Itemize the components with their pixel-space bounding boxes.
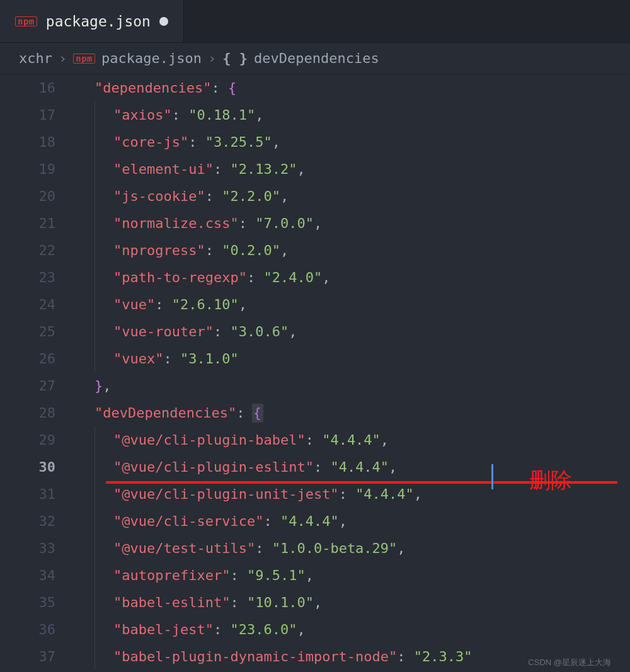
breadcrumb-file[interactable]: package.json bbox=[101, 50, 202, 66]
code-area[interactable]: 删除 "dependencies": {"axios": "0.18.1","c… bbox=[76, 74, 630, 672]
code-line[interactable]: "vuex": "3.1.0" bbox=[76, 345, 630, 372]
code-line[interactable]: "@vue/cli-service": "4.4.4", bbox=[76, 508, 630, 535]
code-line[interactable]: "core-js": "3.25.5", bbox=[76, 128, 630, 156]
gutter-line: 17 bbox=[0, 101, 55, 128]
gutter-line: 26 bbox=[0, 345, 55, 372]
tab-bar: npm package.json bbox=[0, 0, 630, 43]
gutter-line: 18 bbox=[0, 128, 55, 156]
code-line[interactable]: "js-cookie": "2.2.0", bbox=[76, 183, 630, 210]
gutter-line: 31 bbox=[0, 481, 55, 508]
code-line[interactable]: }, bbox=[76, 372, 630, 399]
braces-icon: { } bbox=[222, 50, 248, 66]
code-line[interactable]: "babel-jest": "23.6.0", bbox=[76, 616, 630, 643]
gutter-line: 24 bbox=[0, 291, 55, 318]
code-line[interactable]: "normalize.css": "7.0.0", bbox=[76, 210, 630, 237]
code-editor[interactable]: 1617181920212223242526272829303132333435… bbox=[0, 74, 630, 672]
dirty-indicator-icon bbox=[159, 17, 168, 26]
gutter-line: 37 bbox=[0, 643, 55, 670]
gutter-line: 36 bbox=[0, 616, 55, 643]
chevron-right-icon: › bbox=[59, 50, 67, 66]
code-line[interactable]: "devDependencies": { bbox=[76, 399, 630, 426]
gutter: 1617181920212223242526272829303132333435… bbox=[0, 74, 76, 672]
breadcrumb[interactable]: xchr › npm package.json › { } devDepende… bbox=[0, 43, 630, 74]
code-line[interactable]: "babel-eslint": "10.1.0", bbox=[76, 589, 630, 616]
gutter-line: 25 bbox=[0, 318, 55, 345]
chevron-right-icon: › bbox=[208, 50, 216, 66]
code-line[interactable]: "axios": "0.18.1", bbox=[76, 101, 630, 128]
gutter-line: 35 bbox=[0, 589, 55, 616]
code-line[interactable]: "element-ui": "2.13.2", bbox=[76, 156, 630, 183]
code-line[interactable]: "vue-router": "3.0.6", bbox=[76, 318, 630, 345]
tab-package-json[interactable]: npm package.json bbox=[0, 0, 184, 42]
breadcrumb-folder[interactable]: xchr bbox=[19, 50, 52, 66]
code-line[interactable]: "@vue/test-utils": "1.0.0-beta.29", bbox=[76, 535, 630, 562]
gutter-line: 34 bbox=[0, 562, 55, 589]
gutter-line: 32 bbox=[0, 508, 55, 535]
gutter-line: 23 bbox=[0, 264, 55, 291]
gutter-line: 16 bbox=[0, 74, 55, 101]
code-line[interactable]: "@vue/cli-plugin-babel": "4.4.4", bbox=[76, 426, 630, 453]
gutter-line: 33 bbox=[0, 535, 55, 562]
npm-icon: npm bbox=[15, 16, 37, 26]
gutter-line: 20 bbox=[0, 183, 55, 210]
code-line[interactable]: "autoprefixer": "9.5.1", bbox=[76, 562, 630, 589]
npm-icon: npm bbox=[73, 54, 95, 64]
gutter-line: 19 bbox=[0, 156, 55, 183]
code-line[interactable]: "dependencies": { bbox=[76, 74, 630, 101]
annotation-label: 删除 bbox=[529, 466, 572, 495]
gutter-line: 22 bbox=[0, 237, 55, 264]
code-line[interactable]: "vue": "2.6.10", bbox=[76, 291, 630, 318]
gutter-line: 28 bbox=[0, 399, 55, 426]
gutter-line: 21 bbox=[0, 210, 55, 237]
gutter-line: 29 bbox=[0, 426, 55, 453]
watermark: CSDN @星辰迷上大海 bbox=[528, 657, 611, 668]
gutter-line: 30 bbox=[0, 453, 55, 481]
cursor bbox=[491, 464, 493, 489]
code-line[interactable]: "path-to-regexp": "2.4.0", bbox=[76, 264, 630, 291]
tab-filename: package.json bbox=[46, 13, 151, 30]
gutter-line: 27 bbox=[0, 372, 55, 399]
code-line[interactable]: "nprogress": "0.2.0", bbox=[76, 237, 630, 264]
breadcrumb-symbol[interactable]: devDependencies bbox=[254, 50, 379, 66]
